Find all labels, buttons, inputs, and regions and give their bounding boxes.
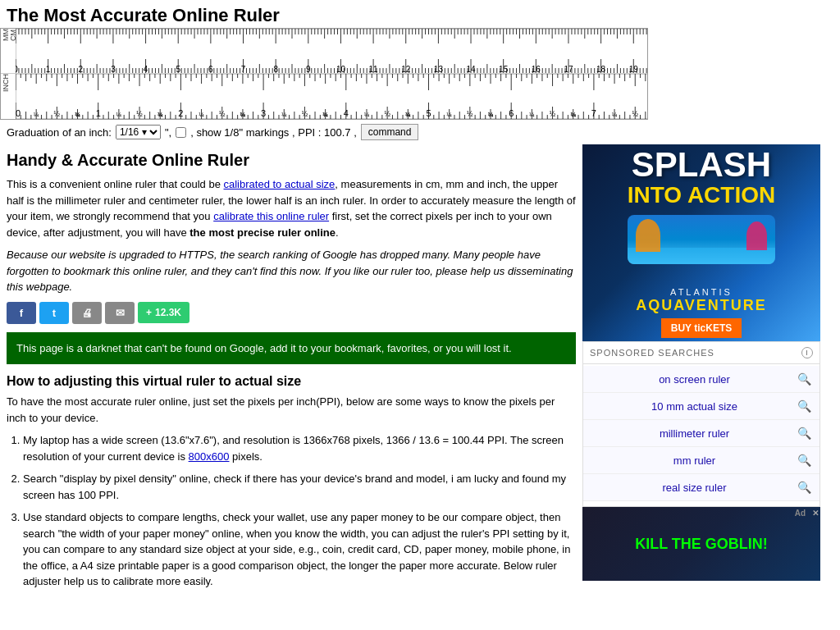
search-item-4[interactable]: mm ruler 🔍 bbox=[583, 447, 819, 474]
facebook-icon: f bbox=[20, 307, 23, 319]
calibrate-link-2[interactable]: calibrate this online ruler bbox=[213, 210, 329, 222]
dark-notice: This page is a darknet that can't be fou… bbox=[7, 332, 576, 365]
mm-label: MMCM bbox=[2, 29, 17, 41]
search-icon-2: 🔍 bbox=[797, 399, 811, 413]
show-markings-label: , show 1/8" markings , PPI : 100.7 , bbox=[190, 126, 357, 139]
mm-ruler: MMCM bbox=[1, 29, 647, 74]
buy-tickets-button[interactable]: BUY ticKETS bbox=[661, 318, 742, 338]
share-icon: + bbox=[146, 307, 152, 318]
search-item-1-text: on screen ruler bbox=[591, 373, 797, 386]
search-item-5[interactable]: real size ruler 🔍 bbox=[583, 474, 819, 501]
ruler-section: MMCM INCH bbox=[0, 28, 648, 120]
show-markings-checkbox[interactable] bbox=[176, 127, 186, 138]
main-heading: Handy & Accurate Online Ruler bbox=[7, 151, 576, 170]
twitter-icon: t bbox=[52, 307, 56, 319]
ad-aquaventure-text: AQUAVENTURE bbox=[636, 297, 767, 314]
bold-text: the most precise ruler online bbox=[189, 226, 336, 239]
search-icon-4: 🔍 bbox=[797, 454, 811, 467]
command-button[interactable]: command bbox=[361, 124, 419, 140]
list-item-2: Search "display by pixel density" online… bbox=[23, 471, 576, 503]
search-item-4-text: mm ruler bbox=[591, 454, 797, 467]
ad-top: Ad ✕ SPLASH INTO ACTION ATLANTIS AQUAVEN… bbox=[582, 144, 820, 341]
search-item-2[interactable]: 10 mm actual size 🔍 bbox=[583, 393, 819, 420]
resolution-link[interactable]: 800x600 bbox=[189, 450, 230, 463]
inch-label: INCH bbox=[2, 74, 10, 92]
inch-symbol: ", bbox=[165, 126, 171, 139]
list-item-3: Use standard objects to compare lengths,… bbox=[23, 509, 576, 590]
main-layout: Handy & Accurate Online Ruler This is a … bbox=[0, 144, 840, 603]
search-icon-1: 🔍 bbox=[797, 372, 811, 386]
ad-goblin-text: KILL THE GOBLIN! bbox=[635, 536, 768, 553]
calibrate-link-1[interactable]: calibrated to actual size bbox=[224, 178, 336, 190]
sponsored-searches: SPONSORED SEARCHES i on screen ruler 🔍 1… bbox=[582, 341, 820, 507]
ad-bottom-close-icon[interactable]: ✕ bbox=[812, 509, 819, 518]
sponsored-label: SPONSORED SEARCHES bbox=[590, 348, 714, 358]
left-content: Handy & Accurate Online Ruler This is a … bbox=[0, 144, 582, 603]
search-item-3[interactable]: millimeter ruler 🔍 bbox=[583, 420, 819, 447]
search-item-3-text: millimeter ruler bbox=[591, 427, 797, 440]
intro-paragraph: This is a convenient online ruler that c… bbox=[7, 176, 576, 240]
share-count: 12.3K bbox=[155, 307, 181, 318]
search-item-1[interactable]: on screen ruler 🔍 bbox=[583, 366, 819, 393]
sponsored-header: SPONSORED SEARCHES i bbox=[583, 347, 819, 364]
print-icon: 🖨 bbox=[82, 307, 93, 319]
info-icon[interactable]: i bbox=[801, 347, 813, 358]
search-icon-3: 🔍 bbox=[797, 427, 811, 440]
list-item-1: My laptop has a wide screen (13.6"x7.6")… bbox=[23, 432, 576, 464]
controls: Graduation of an inch: 1/16 ▾ ", , show … bbox=[0, 120, 840, 144]
search-icon-5: 🔍 bbox=[797, 481, 811, 494]
facebook-button[interactable]: f bbox=[7, 302, 36, 324]
ad-bottom: Ad ✕ KILL THE GOBLIN! bbox=[582, 507, 820, 581]
share-button[interactable]: + 12.3K bbox=[138, 302, 189, 323]
adjust-heading: How to adjusting this virtual ruler to a… bbox=[7, 374, 576, 389]
ad-atlantis-text: ATLANTIS bbox=[670, 287, 733, 297]
inch-ruler: INCH bbox=[1, 74, 647, 119]
page-title: The Most Accurate Online Ruler bbox=[0, 0, 840, 28]
twitter-button[interactable]: t bbox=[39, 302, 69, 324]
search-item-5-text: real size ruler bbox=[591, 482, 797, 494]
graduation-label: Graduation of an inch: bbox=[7, 126, 112, 139]
right-sidebar: Ad ✕ SPLASH INTO ACTION ATLANTIS AQUAVEN… bbox=[582, 144, 820, 603]
ad-into-action-text: INTO ACTION bbox=[628, 182, 775, 208]
search-item-2-text: 10 mm actual size bbox=[591, 400, 797, 413]
ad-bottom-bar: Ad bbox=[795, 509, 806, 518]
social-buttons: f t 🖨 ✉ + 12.3K bbox=[7, 302, 576, 324]
print-button[interactable]: 🖨 bbox=[72, 302, 102, 324]
adjust-list: My laptop has a wide screen (13.6"x7.6")… bbox=[7, 432, 576, 590]
graduation-select[interactable]: 1/16 ▾ bbox=[116, 125, 161, 139]
email-button[interactable]: ✉ bbox=[105, 302, 135, 324]
adjust-intro: To have the most accurate ruler online, … bbox=[7, 394, 576, 426]
italic-notice: Because our website is upgraded to HTTPS… bbox=[7, 247, 576, 295]
ad-splash-text: SPLASH bbox=[632, 148, 771, 182]
email-icon: ✉ bbox=[116, 307, 125, 319]
